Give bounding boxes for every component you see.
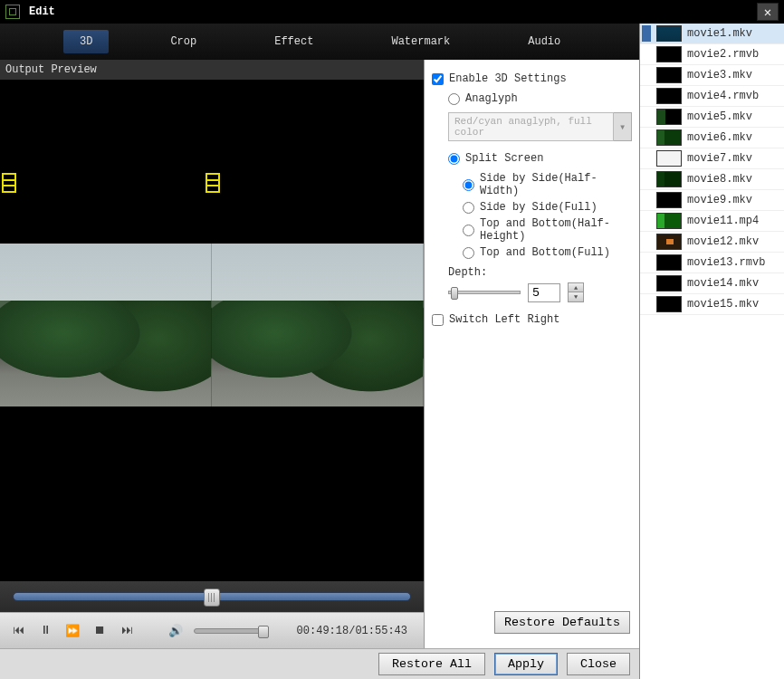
file-list-item[interactable]: movie14.mkv xyxy=(640,273,784,294)
file-thumbnail xyxy=(656,254,682,271)
anaglyph-label: Anaglyph xyxy=(465,92,518,105)
anaglyph-radio[interactable] xyxy=(448,93,460,105)
output-preview-label: Output Preview xyxy=(0,60,424,81)
file-thumbnail xyxy=(656,296,682,312)
depth-thumb[interactable] xyxy=(451,287,458,300)
depth-slider[interactable] xyxy=(448,291,521,294)
footer-buttons: Restore All Apply Close xyxy=(0,648,639,679)
tab-effect[interactable]: Effect xyxy=(258,30,330,53)
preview-image xyxy=(0,244,424,406)
file-name-label: movie7.mkv xyxy=(687,152,752,165)
file-name-label: movie6.mkv xyxy=(687,131,752,144)
file-thumbnail xyxy=(656,171,682,187)
file-name-label: movie12.mkv xyxy=(687,235,759,248)
split-option-radio[interactable] xyxy=(463,225,474,236)
split-option-label: Side by Side(Full) xyxy=(480,201,598,214)
file-list-item[interactable]: movie4.rmvb xyxy=(640,86,784,107)
file-list-item[interactable]: movie3.mkv xyxy=(640,65,784,86)
selection-indicator xyxy=(642,129,651,146)
file-list-item[interactable]: movie11.mp4 xyxy=(640,211,784,232)
switch-lr-checkbox[interactable] xyxy=(432,314,444,326)
volume-slider[interactable] xyxy=(194,628,266,634)
split-option-label: Top and Bottom(Full) xyxy=(480,246,610,259)
scrub-slider[interactable] xyxy=(13,592,411,601)
file-list-item[interactable]: movie2.rmvb xyxy=(640,44,784,65)
selection-indicator xyxy=(642,296,651,312)
file-name-label: movie13.rmvb xyxy=(687,256,765,269)
tab-crop[interactable]: Crop xyxy=(154,30,213,53)
timecode: 00:49:18/01:55:43 xyxy=(297,625,407,637)
selection-indicator xyxy=(642,46,651,62)
depth-spinner: ▲ ▼ xyxy=(568,282,584,302)
stop-button[interactable]: ⏹ xyxy=(91,624,109,637)
depth-spin-down[interactable]: ▼ xyxy=(569,292,583,301)
tab-audio[interactable]: Audio xyxy=(512,30,577,53)
file-list-item[interactable]: movie6.mkv xyxy=(640,128,784,148)
depth-input[interactable] xyxy=(528,283,560,302)
file-list-item[interactable]: movie12.mkv xyxy=(640,232,784,253)
app-icon xyxy=(5,5,20,19)
file-list-item[interactable]: movie5.mkv xyxy=(640,107,784,128)
anaglyph-combo-button[interactable]: ▾ xyxy=(614,112,632,141)
scrub-bar xyxy=(0,581,424,612)
file-thumbnail xyxy=(656,234,682,250)
chevron-down-icon: ▾ xyxy=(619,120,626,134)
file-thumbnail xyxy=(656,192,682,208)
file-name-label: movie9.mkv xyxy=(687,194,752,206)
selection-indicator xyxy=(642,67,651,83)
file-list-item[interactable]: movie8.mkv xyxy=(640,169,784,190)
enable-3d-checkbox[interactable] xyxy=(432,73,444,85)
enable-3d-label: Enable 3D Settings xyxy=(449,72,567,85)
file-thumbnail xyxy=(656,88,682,104)
volume-icon[interactable]: 🔊 xyxy=(167,624,185,638)
titlebar: Edit ✕ xyxy=(0,0,784,24)
split-screen-radio[interactable] xyxy=(448,153,460,165)
split-option-radio[interactable] xyxy=(463,247,474,259)
file-name-label: movie3.mkv xyxy=(687,69,752,81)
file-name-label: movie8.mkv xyxy=(687,173,752,186)
selection-indicator xyxy=(642,192,651,208)
next-button[interactable]: ⏭ xyxy=(118,624,136,637)
volume-thumb[interactable] xyxy=(258,626,269,638)
split-option-radio[interactable] xyxy=(463,179,474,191)
selection-indicator xyxy=(642,275,651,292)
file-thumbnail xyxy=(656,275,682,292)
tab-watermark[interactable]: Watermark xyxy=(375,30,466,53)
file-name-label: movie15.mkv xyxy=(687,298,759,311)
selection-indicator xyxy=(642,213,651,229)
selection-indicator xyxy=(642,25,651,42)
apply-button[interactable]: Apply xyxy=(494,653,558,675)
file-name-label: movie1.mkv xyxy=(687,27,752,40)
video-preview xyxy=(0,81,424,581)
tab-3d[interactable]: 3D xyxy=(63,30,109,53)
fast-forward-button[interactable]: ⏩ xyxy=(63,624,81,638)
window-title: Edit xyxy=(29,5,55,18)
close-button[interactable]: Close xyxy=(567,653,630,675)
pause-button[interactable]: ⏸ xyxy=(36,624,54,637)
file-list-item[interactable]: movie9.mkv xyxy=(640,190,784,211)
split-option-radio[interactable] xyxy=(463,202,474,214)
depth-spin-up[interactable]: ▲ xyxy=(569,283,583,292)
file-thumbnail xyxy=(656,25,682,42)
restore-all-button[interactable]: Restore All xyxy=(378,653,485,675)
selection-indicator xyxy=(642,171,651,187)
film-sprocket-icon xyxy=(206,173,220,193)
restore-defaults-button[interactable]: Restore Defaults xyxy=(494,611,630,634)
prev-button[interactable]: ⏮ xyxy=(9,624,27,637)
file-name-label: movie5.mkv xyxy=(687,110,752,123)
scrub-thumb[interactable] xyxy=(204,588,220,607)
selection-indicator xyxy=(642,88,651,104)
playback-controls: ⏮ ⏸ ⏩ ⏹ ⏭ 🔊 00:49:18/01:55:43 xyxy=(0,612,424,648)
window-close-button[interactable]: ✕ xyxy=(757,3,779,21)
file-thumbnail xyxy=(656,213,682,229)
close-icon: ✕ xyxy=(764,5,771,20)
settings-panel-3d: Enable 3D Settings Anaglyph Red/cyan ana… xyxy=(424,60,639,648)
file-list-item[interactable]: movie15.mkv xyxy=(640,294,784,315)
file-list-item[interactable]: movie1.mkv xyxy=(640,24,784,44)
file-list-item[interactable]: movie13.rmvb xyxy=(640,253,784,273)
selection-indicator xyxy=(642,109,651,125)
anaglyph-combo[interactable]: Red/cyan anaglyph, full color xyxy=(448,112,614,141)
file-name-label: movie11.mp4 xyxy=(687,215,759,227)
split-screen-label: Split Screen xyxy=(465,152,543,165)
file-list-item[interactable]: movie7.mkv xyxy=(640,148,784,169)
